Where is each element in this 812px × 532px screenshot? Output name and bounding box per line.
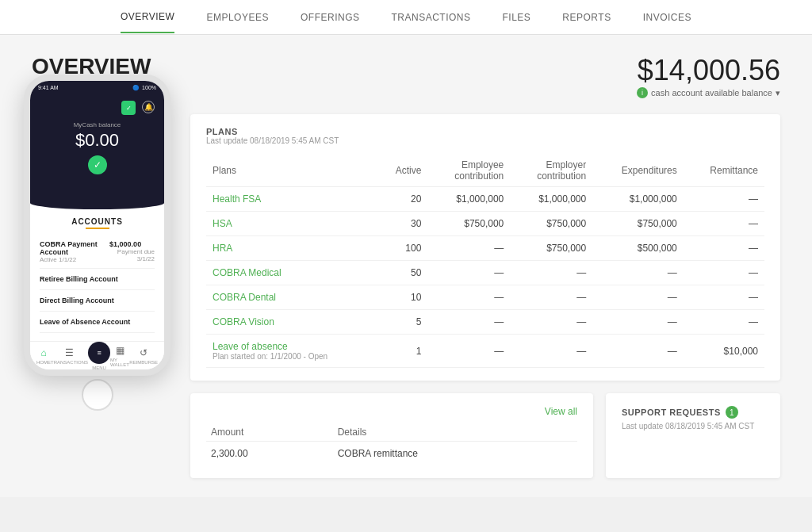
plan-name-link[interactable]: COBRA Dental xyxy=(213,292,276,303)
support-badge: 1 xyxy=(726,406,738,419)
remittance: $10,000 xyxy=(684,335,764,368)
nav-transactions[interactable]: TRANSACTIONS xyxy=(391,2,470,33)
plan-name-link[interactable]: Leave of absence xyxy=(213,341,288,352)
employer-contribution: — xyxy=(510,335,592,368)
table-row: COBRA Medical 50 — — — — xyxy=(206,261,764,285)
phone-content: ACCOUNTS COBRA Payment Account Active 1/… xyxy=(30,209,164,341)
plan-active-count: 100 xyxy=(377,236,428,261)
remittance: — xyxy=(684,261,764,285)
home-icon: ⌂ xyxy=(40,347,46,358)
phone-curve xyxy=(30,197,164,209)
phone-balance: $0.00 xyxy=(40,130,155,151)
employer-contribution: — xyxy=(510,310,592,335)
balance-section: $14,000.56 i cash account available bala… xyxy=(637,54,780,98)
plan-name-link[interactable]: HRA xyxy=(213,243,232,254)
nav-files[interactable]: FILES xyxy=(503,2,531,33)
employer-contribution: — xyxy=(510,285,592,310)
table-row: COBRA Dental 10 — — — — xyxy=(206,285,764,310)
expenditures: — xyxy=(592,335,684,368)
table-row: COBRA Vision 5 — — — — xyxy=(206,310,764,335)
support-last-updated: Last update 08/18/2019 5:45 AM CST xyxy=(622,422,764,431)
remittance: — xyxy=(684,310,764,335)
phone-account-direct: Direct Billing Account xyxy=(40,290,155,312)
employee-contribution: $1,000,000 xyxy=(427,187,510,212)
col-details: Details xyxy=(333,423,577,442)
info-icon: i xyxy=(637,87,648,98)
plans-section-title: PLANS xyxy=(206,127,764,136)
col-employer-contribution: Employercontribution xyxy=(510,155,592,187)
plan-name-cell: COBRA Medical xyxy=(206,261,377,285)
remittance: — xyxy=(684,285,764,310)
bell-icon[interactable]: 🔔 xyxy=(142,101,155,113)
plans-card: PLANS Last update 08/18/2019 5:45 AM CST… xyxy=(190,114,780,381)
footer-menu[interactable]: ≡ MENU xyxy=(88,342,110,370)
phone-time: 9:41 AM xyxy=(38,85,59,90)
footer-transactions[interactable]: ☰ TRANSACTIONS xyxy=(51,347,88,365)
employee-contribution: — xyxy=(427,310,510,335)
col-active: Active xyxy=(377,155,428,187)
plan-name-link[interactable]: Health FSA xyxy=(213,193,261,205)
bottom-row: View all Amount Details 2,300.00 COBRA r… xyxy=(190,393,780,478)
plan-name-cell: HRA xyxy=(206,236,377,261)
plan-name-cell: Health FSA xyxy=(206,187,377,212)
col-employee-contribution: Employeecontribution xyxy=(427,155,510,187)
view-all-row: View all xyxy=(206,406,577,417)
employer-contribution: $750,000 xyxy=(510,212,592,236)
phone-footer: ⌂ HOME ☰ TRANSACTIONS ≡ MENU ▦ MY WALLET xyxy=(30,341,164,369)
plan-name-link[interactable]: COBRA Vision xyxy=(213,316,274,327)
phone-balance-label: MyCash balance xyxy=(40,121,155,128)
footer-wallet[interactable]: ▦ MY WALLET xyxy=(110,345,129,367)
plan-name-cell: HSA xyxy=(206,212,377,236)
phone-divider xyxy=(86,228,109,229)
footer-home[interactable]: ⌂ HOME xyxy=(36,347,51,365)
employee-contribution: — xyxy=(427,236,510,261)
nav-overview[interactable]: OVERVIEW xyxy=(121,2,174,33)
balance-amount: $14,000.56 xyxy=(637,54,780,87)
phone-signal: 🔵 100% xyxy=(132,85,156,91)
employee-contribution: $750,000 xyxy=(427,212,510,236)
phone-home-button[interactable] xyxy=(82,379,113,411)
plans-last-updated: Last update 08/18/2019 5:45 AM CST xyxy=(206,136,764,145)
bluetooth-icon: 🔵 xyxy=(132,85,140,91)
transactions-card: View all Amount Details 2,300.00 COBRA r… xyxy=(190,393,593,478)
phone-account-cobra: COBRA Payment Account Active 1/1/22 $1,0… xyxy=(40,235,155,269)
balance-label: i cash account available balance ▾ xyxy=(637,87,780,98)
check-circle-icon[interactable]: ✓ xyxy=(88,155,107,174)
phone-status-bar: 9:41 AM 🔵 100% xyxy=(30,81,164,94)
phone-accounts-title: ACCOUNTS xyxy=(40,217,155,226)
transactions-table: Amount Details 2,300.00 COBRA remittance xyxy=(206,423,577,465)
table-row: HRA 100 — $750,000 $500,000 — xyxy=(206,236,764,261)
remittance: — xyxy=(684,236,764,261)
nav-employees[interactable]: EMPLOYEES xyxy=(206,2,269,33)
table-header-row: Plans Active Employeecontribution Employ… xyxy=(206,155,764,187)
expenditures: $1,000,000 xyxy=(592,187,684,212)
nav-offerings[interactable]: OFFERINGS xyxy=(301,2,360,33)
plan-active-count: 5 xyxy=(377,310,428,335)
account-due: Payment due 3/1/22 xyxy=(109,248,155,262)
plan-name-link[interactable]: COBRA Medical xyxy=(213,267,282,278)
phone-mockup: 9:41 AM 🔵 100% ✓ 🔔 MyCash balance $0.00 … xyxy=(24,75,170,414)
phone-header-icons: ✓ 🔔 xyxy=(40,101,155,115)
support-title: SUPPORT REQUESTS xyxy=(622,408,721,417)
wallet-icon: ▦ xyxy=(116,345,124,356)
txn-amount: 2,300.00 xyxy=(206,442,333,466)
view-all-link[interactable]: View all xyxy=(545,406,577,417)
remittance: — xyxy=(684,212,764,236)
phone-account-retiree: Retiree Billing Account xyxy=(40,269,155,290)
plan-name-link[interactable]: HSA xyxy=(213,218,232,229)
employer-contribution: $750,000 xyxy=(510,236,592,261)
phone-account-loa: Leave of Absence Account xyxy=(40,312,155,333)
menu-button[interactable]: ≡ xyxy=(88,342,110,364)
nav-reports[interactable]: REPORTS xyxy=(562,2,611,33)
plan-active-count: 30 xyxy=(377,212,428,236)
transactions-icon: ☰ xyxy=(65,347,74,358)
phone-home-button-area xyxy=(24,376,170,414)
footer-reimburse[interactable]: ↺ REIMBURSE xyxy=(129,347,158,365)
table-row: Health FSA 20 $1,000,000 $1,000,000 $1,0… xyxy=(206,187,764,212)
table-row: HSA 30 $750,000 $750,000 $750,000 — xyxy=(206,212,764,236)
support-header: SUPPORT REQUESTS 1 xyxy=(622,406,764,419)
nav-invoices[interactable]: INVOICES xyxy=(643,2,691,33)
plan-subtext: Plan started on: 1/1/2000 - Open xyxy=(213,352,370,361)
top-nav: OVERVIEW EMPLOYEES OFFERINGS TRANSACTION… xyxy=(0,0,812,35)
col-plans: Plans xyxy=(206,155,377,187)
